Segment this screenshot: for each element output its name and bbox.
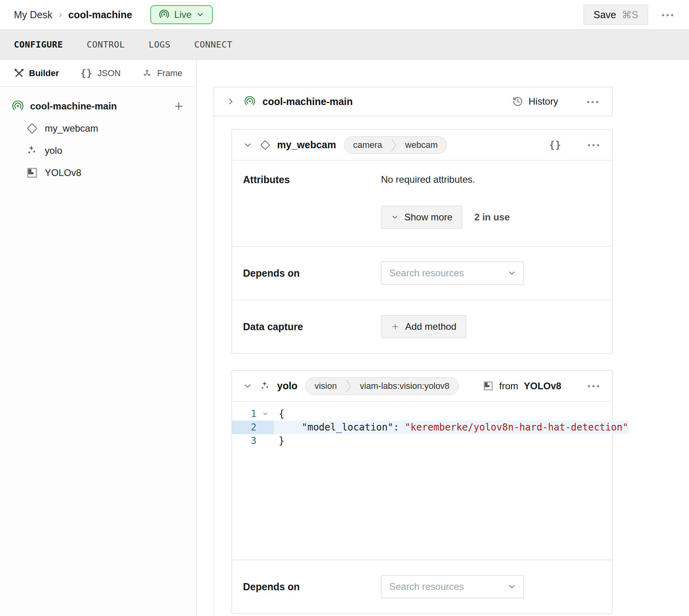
edit-json-icon[interactable]: {} [549,140,561,151]
code-text: { [274,407,612,421]
add-method-label: Add method [405,321,456,332]
chevron-down-icon[interactable] [243,381,253,391]
tree-item-label: YOLOv8 [45,167,81,178]
data-capture-row: Data capture Add method [232,300,612,353]
component-more-menu-icon[interactable]: ••• [588,382,601,390]
line-number: 1 [232,407,256,421]
save-shortcut: ⌘S [622,9,638,21]
machine-part-title: cool-machine-main [262,96,353,107]
breadcrumb: My Desk › cool-machine [14,9,132,21]
module-icon [26,167,38,179]
chevron-down-icon [507,582,516,591]
history-button[interactable]: History [512,96,558,107]
component-card-yolo: yolo vision viam-labs:vision:yolov8 [232,370,612,614]
machine-part-more-menu-icon[interactable]: ••• [587,98,600,106]
add-component-button[interactable] [173,101,184,112]
code-text: "model_location": "keremberke/yolov8n-ha… [274,421,628,434]
depends-on-select[interactable]: Search resources [381,575,524,598]
config-main-panel: cool-machine-main History ••• [197,60,689,616]
json-key: "model_location" [302,422,393,433]
frame-axes-icon [142,68,152,78]
component-type-tags: vision viam-labs:vision:yolov8 [305,377,458,395]
tree-item-my-webcam[interactable]: my_webcam [26,122,184,134]
line-number: 3 [232,434,256,448]
code-line: 3 } [232,434,612,448]
tree-item-yolov8-module[interactable]: YOLOv8 [26,167,184,179]
tools-icon [14,68,24,78]
attributes-empty-text: No required attributes. [381,174,510,185]
depends-on-label: Depends on [243,268,381,279]
json-separator: : [393,422,405,433]
mode-frame-label: Frame [157,68,182,78]
sparkles-icon [26,145,38,157]
tab-control[interactable]: CONTROL [87,40,125,50]
depends-on-placeholder: Search resources [389,268,464,279]
chevron-down-icon [391,213,399,221]
tree-item-yolo[interactable]: yolo [26,145,184,157]
depends-on-placeholder: Search resources [389,581,464,592]
broadcast-icon [12,100,24,112]
chevron-right-icon[interactable] [226,97,235,106]
tree-item-machine-part-label: cool-machine-main [30,101,117,112]
diamond-icon [26,122,38,134]
chevron-down-icon [196,11,204,19]
history-button-label: History [528,96,558,107]
show-more-label: Show more [404,212,452,223]
tree-item-label: yolo [45,145,62,156]
tab-logs[interactable]: LOGS [149,40,170,50]
chevron-down-icon[interactable] [243,140,253,150]
depends-on-row: Depends on Search resources [232,246,612,300]
live-status-badge[interactable]: Live [150,5,213,24]
chevron-down-icon [507,269,516,277]
line-number: 2 [232,421,256,434]
depends-on-select[interactable]: Search resources [381,262,524,285]
data-capture-label: Data capture [243,321,381,333]
show-more-button[interactable]: Show more [381,206,462,229]
mode-frame[interactable]: Frame [142,68,182,78]
breadcrumb-current: cool-machine [68,9,132,21]
json-string-value: "keremberke/yolov8n-hard-hat-detection" [405,422,628,433]
add-method-button[interactable]: Add method [381,315,466,338]
live-badge-label: Live [174,9,191,20]
component-title: my_webcam [277,139,336,151]
depends-on-row: Depends on Search resources [232,560,612,613]
component-type-tags: camera webcam [344,136,447,154]
tag-model-triplet: viam-labs:vision:yolov8 [351,378,458,394]
save-button[interactable]: Save ⌘S [584,5,648,25]
code-fold-icon[interactable] [256,407,274,421]
module-icon [483,381,494,391]
from-module-name: YOLOv8 [524,381,561,392]
topbar-more-menu-icon[interactable]: ••• [662,11,675,19]
depends-on-label: Depends on [243,581,381,593]
plus-icon [391,322,400,331]
braces-icon: {} [80,68,93,79]
config-sidebar: Builder {} JSON Frame [0,60,197,616]
mode-json[interactable]: {} JSON [80,68,121,79]
component-card-my-webcam: my_webcam camera webcam {} ••• Attribu [232,129,612,354]
yolo-card-header: yolo vision viam-labs:vision:yolov8 [232,371,612,402]
code-text: } [274,434,612,448]
diamond-icon [260,140,271,151]
json-attributes-editor[interactable]: 1 { 2 "model_location": "keremberke/yol [232,402,612,560]
save-button-label: Save [593,9,616,21]
broadcast-icon [244,96,255,107]
from-module-link[interactable]: from YOLOv8 [483,381,561,392]
sparkles-icon [260,381,271,392]
attributes-row: Attributes No required attributes. Show … [232,161,612,246]
component-more-menu-icon[interactable]: ••• [588,141,601,149]
top-bar: My Desk › cool-machine Live Save ⌘S ••• [0,0,689,30]
resource-tree: cool-machine-main my_webcam [0,87,196,179]
tab-connect[interactable]: CONNECT [194,40,232,50]
mode-builder[interactable]: Builder [14,68,59,78]
breadcrumb-parent[interactable]: My Desk [14,9,52,21]
tag-separator-icon [391,137,396,153]
broadcast-icon [159,10,169,20]
tab-configure[interactable]: CONFIGURE [14,40,63,50]
tag-camera: camera [344,137,391,153]
tree-item-label: my_webcam [45,123,98,134]
machine-part-card: cool-machine-main History ••• [214,87,612,116]
my-webcam-card-header: my_webcam camera webcam {} ••• [232,130,612,161]
tree-item-machine-part[interactable]: cool-machine-main [12,100,184,112]
from-label: from [499,381,518,392]
tag-separator-icon [346,378,351,394]
